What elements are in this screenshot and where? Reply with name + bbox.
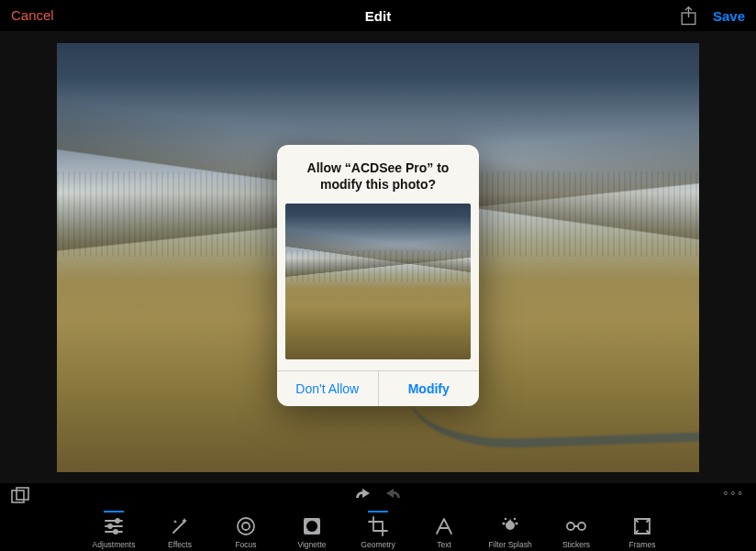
dialog-preview (285, 204, 471, 359)
dialog-backdrop: Allow “ACDSee Pro” to modify this photo?… (0, 0, 756, 551)
dialog-title: Allow “ACDSee Pro” to modify this photo? (277, 145, 479, 204)
permission-dialog: Allow “ACDSee Pro” to modify this photo?… (277, 145, 479, 406)
dont-allow-button[interactable]: Don't Allow (277, 371, 378, 406)
modify-button[interactable]: Modify (378, 371, 480, 406)
